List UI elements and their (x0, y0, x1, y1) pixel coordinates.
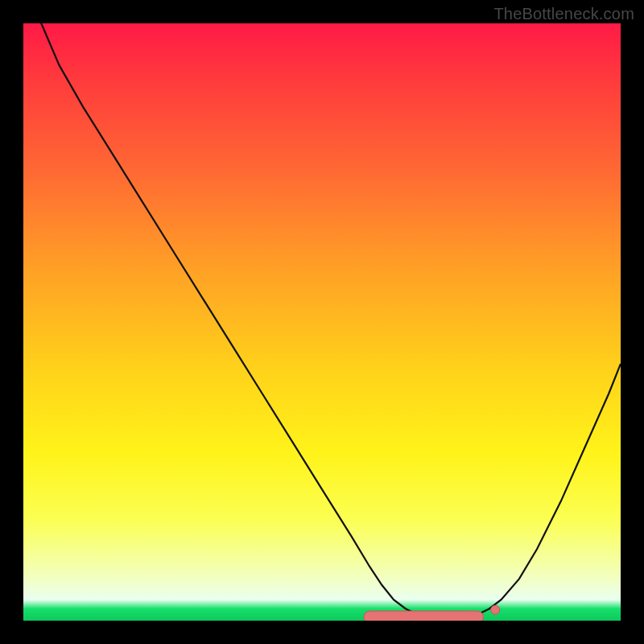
watermark: TheBottleneck.com (493, 5, 634, 23)
bottleneck-curve-path (23, 23, 621, 619)
curve-layer (23, 23, 621, 621)
plot-area (23, 23, 621, 621)
optimal-band-pill (364, 611, 484, 621)
optimal-band-markers (364, 605, 500, 621)
optimal-band-extra-point (491, 605, 500, 614)
bottleneck-curve (23, 23, 621, 619)
chart-frame: { "watermark": "TheBottleneck.com", "col… (0, 0, 644, 644)
